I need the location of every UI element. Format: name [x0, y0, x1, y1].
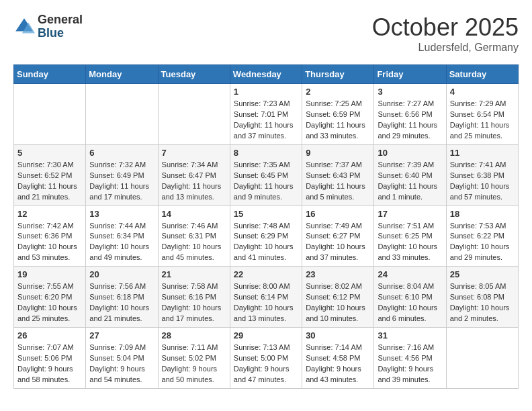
day-info: Sunrise: 7:46 AM Sunset: 6:31 PM Dayligh… — [162, 221, 226, 264]
day-number: 16 — [306, 209, 370, 219]
calendar-cell: 31Sunrise: 7:16 AM Sunset: 4:56 PM Dayli… — [374, 328, 446, 389]
day-info: Sunrise: 7:09 AM Sunset: 5:04 PM Dayligh… — [89, 342, 154, 385]
day-info: Sunrise: 7:11 AM Sunset: 5:02 PM Dayligh… — [162, 342, 226, 385]
calendar-cell: 12Sunrise: 7:42 AM Sunset: 6:36 PM Dayli… — [14, 205, 86, 267]
calendar-cell: 8Sunrise: 7:35 AM Sunset: 6:45 PM Daylig… — [230, 144, 302, 205]
day-info: Sunrise: 8:02 AM Sunset: 6:12 PM Dayligh… — [306, 281, 370, 324]
logo-general: General — [38, 13, 83, 27]
day-info: Sunrise: 7:07 AM Sunset: 5:06 PM Dayligh… — [17, 342, 82, 385]
calendar-cell: 7Sunrise: 7:34 AM Sunset: 6:47 PM Daylig… — [158, 144, 230, 205]
calendar-cell: 17Sunrise: 7:51 AM Sunset: 6:25 PM Dayli… — [374, 205, 446, 267]
day-number: 17 — [378, 209, 442, 219]
header-row: SundayMondayTuesdayWednesdayThursdayFrid… — [14, 65, 519, 84]
day-info: Sunrise: 7:30 AM Sunset: 6:52 PM Dayligh… — [17, 160, 82, 203]
calendar-cell — [446, 328, 518, 389]
calendar-cell: 29Sunrise: 7:13 AM Sunset: 5:00 PM Dayli… — [230, 328, 302, 389]
calendar-cell: 28Sunrise: 7:11 AM Sunset: 5:02 PM Dayli… — [158, 328, 230, 389]
calendar-cell: 20Sunrise: 7:56 AM Sunset: 6:18 PM Dayli… — [86, 267, 158, 328]
day-number: 22 — [234, 269, 298, 279]
calendar-cell: 11Sunrise: 7:41 AM Sunset: 6:38 PM Dayli… — [446, 144, 518, 205]
day-info: Sunrise: 7:16 AM Sunset: 4:56 PM Dayligh… — [378, 342, 442, 385]
day-number: 20 — [89, 269, 154, 279]
calendar-week-row: 19Sunrise: 7:55 AM Sunset: 6:20 PM Dayli… — [14, 267, 519, 328]
calendar-cell: 4Sunrise: 7:29 AM Sunset: 6:54 PM Daylig… — [446, 84, 518, 145]
day-header: Friday — [374, 65, 446, 84]
calendar-cell: 27Sunrise: 7:09 AM Sunset: 5:04 PM Dayli… — [86, 328, 158, 389]
day-info: Sunrise: 7:55 AM Sunset: 6:20 PM Dayligh… — [17, 281, 82, 324]
calendar-cell: 15Sunrise: 7:48 AM Sunset: 6:29 PM Dayli… — [230, 205, 302, 267]
calendar-cell: 3Sunrise: 7:27 AM Sunset: 6:56 PM Daylig… — [374, 84, 446, 145]
calendar-cell — [14, 84, 86, 145]
day-number: 12 — [17, 209, 82, 219]
day-number: 5 — [17, 148, 82, 158]
day-number: 9 — [306, 148, 370, 158]
day-number: 29 — [234, 330, 298, 340]
day-info: Sunrise: 7:41 AM Sunset: 6:38 PM Dayligh… — [450, 160, 515, 203]
day-header: Thursday — [302, 65, 374, 84]
day-info: Sunrise: 7:37 AM Sunset: 6:43 PM Dayligh… — [306, 160, 370, 203]
logo-icon — [13, 16, 35, 38]
calendar-cell: 24Sunrise: 8:04 AM Sunset: 6:10 PM Dayli… — [374, 267, 446, 328]
day-info: Sunrise: 7:29 AM Sunset: 6:54 PM Dayligh… — [450, 99, 515, 142]
calendar-week-row: 5Sunrise: 7:30 AM Sunset: 6:52 PM Daylig… — [14, 144, 519, 205]
day-number: 19 — [17, 269, 82, 279]
calendar-week-row: 26Sunrise: 7:07 AM Sunset: 5:06 PM Dayli… — [14, 328, 519, 389]
calendar-cell: 18Sunrise: 7:53 AM Sunset: 6:22 PM Dayli… — [446, 205, 518, 267]
day-info: Sunrise: 7:35 AM Sunset: 6:45 PM Dayligh… — [234, 160, 298, 203]
day-number: 31 — [378, 330, 442, 340]
calendar-cell: 9Sunrise: 7:37 AM Sunset: 6:43 PM Daylig… — [302, 144, 374, 205]
calendar-cell: 1Sunrise: 7:23 AM Sunset: 7:01 PM Daylig… — [230, 84, 302, 145]
day-header: Wednesday — [230, 65, 302, 84]
month-title: October 2025 — [372, 13, 519, 42]
calendar-cell: 22Sunrise: 8:00 AM Sunset: 6:14 PM Dayli… — [230, 267, 302, 328]
calendar-cell: 21Sunrise: 7:58 AM Sunset: 6:16 PM Dayli… — [158, 267, 230, 328]
day-info: Sunrise: 7:39 AM Sunset: 6:40 PM Dayligh… — [378, 160, 442, 203]
calendar-week-row: 12Sunrise: 7:42 AM Sunset: 6:36 PM Dayli… — [14, 205, 519, 267]
day-info: Sunrise: 8:00 AM Sunset: 6:14 PM Dayligh… — [234, 281, 298, 324]
day-header: Monday — [86, 65, 158, 84]
day-number: 24 — [378, 269, 442, 279]
day-number: 6 — [89, 148, 154, 158]
page-header: General Blue October 2025 Ludersfeld, Ge… — [13, 13, 519, 54]
day-header: Saturday — [446, 65, 518, 84]
day-number: 2 — [306, 87, 370, 97]
calendar: SundayMondayTuesdayWednesdayThursdayFrid… — [13, 64, 519, 389]
calendar-cell: 16Sunrise: 7:49 AM Sunset: 6:27 PM Dayli… — [302, 205, 374, 267]
calendar-cell — [86, 84, 158, 145]
calendar-cell: 13Sunrise: 7:44 AM Sunset: 6:34 PM Dayli… — [86, 205, 158, 267]
day-number: 21 — [162, 269, 226, 279]
day-number: 14 — [162, 209, 226, 219]
calendar-cell: 25Sunrise: 8:05 AM Sunset: 6:08 PM Dayli… — [446, 267, 518, 328]
calendar-cell: 6Sunrise: 7:32 AM Sunset: 6:49 PM Daylig… — [86, 144, 158, 205]
calendar-cell: 19Sunrise: 7:55 AM Sunset: 6:20 PM Dayli… — [14, 267, 86, 328]
day-number: 27 — [89, 330, 154, 340]
calendar-cell: 30Sunrise: 7:14 AM Sunset: 4:58 PM Dayli… — [302, 328, 374, 389]
day-number: 13 — [89, 209, 154, 219]
logo-blue: Blue — [38, 27, 83, 40]
calendar-cell: 23Sunrise: 8:02 AM Sunset: 6:12 PM Dayli… — [302, 267, 374, 328]
day-number: 26 — [17, 330, 82, 340]
location: Ludersfeld, Germany — [372, 42, 519, 54]
day-number: 30 — [306, 330, 370, 340]
day-number: 10 — [378, 148, 442, 158]
day-number: 25 — [450, 269, 515, 279]
day-number: 8 — [234, 148, 298, 158]
day-info: Sunrise: 7:14 AM Sunset: 4:58 PM Dayligh… — [306, 342, 370, 385]
day-info: Sunrise: 7:44 AM Sunset: 6:34 PM Dayligh… — [89, 221, 154, 264]
calendar-cell: 5Sunrise: 7:30 AM Sunset: 6:52 PM Daylig… — [14, 144, 86, 205]
day-number: 7 — [162, 148, 226, 158]
day-info: Sunrise: 7:34 AM Sunset: 6:47 PM Dayligh… — [162, 160, 226, 203]
day-number: 23 — [306, 269, 370, 279]
day-header: Tuesday — [158, 65, 230, 84]
day-number: 3 — [378, 87, 442, 97]
day-info: Sunrise: 7:25 AM Sunset: 6:59 PM Dayligh… — [306, 99, 370, 142]
logo-text: General Blue — [38, 13, 83, 40]
day-number: 15 — [234, 209, 298, 219]
calendar-cell: 2Sunrise: 7:25 AM Sunset: 6:59 PM Daylig… — [302, 84, 374, 145]
calendar-cell: 10Sunrise: 7:39 AM Sunset: 6:40 PM Dayli… — [374, 144, 446, 205]
day-number: 18 — [450, 209, 515, 219]
day-number: 28 — [162, 330, 226, 340]
title-block: October 2025 Ludersfeld, Germany — [372, 13, 519, 54]
day-info: Sunrise: 8:05 AM Sunset: 6:08 PM Dayligh… — [450, 281, 515, 324]
day-number: 11 — [450, 148, 515, 158]
